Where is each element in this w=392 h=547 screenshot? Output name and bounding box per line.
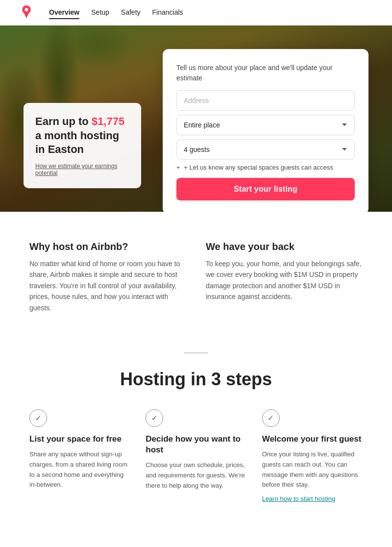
step-2: ✓ Decide how you want to host Choose you…: [146, 409, 246, 503]
steps-grid: ✓ List your space for free Share any spa…: [29, 409, 363, 503]
navigation: OverviewSetupSafetyFinancials: [0, 0, 392, 25]
step-3-title: Welcome your first guest: [262, 434, 363, 445]
guests-group: 1 guest 2 guests 3 guests 4 guests 5 gue…: [176, 139, 355, 160]
steps-heading: Hosting in 3 steps: [29, 369, 363, 390]
step-2-icon: ✓: [146, 409, 163, 427]
earn-pre: Earn up to: [35, 115, 92, 127]
how-estimate-link[interactable]: How we estimate your earnings potential: [35, 163, 129, 176]
hero-form-card: Tell us more about your place and we'll …: [163, 49, 368, 212]
steps-divider: [184, 352, 208, 353]
nav-link-overview[interactable]: Overview: [49, 6, 79, 19]
special-spaces-toggle[interactable]: + + Let us know any special spaces guest…: [176, 164, 355, 171]
why-col-2: We have your back To keep you, your home…: [206, 241, 363, 313]
learn-hosting-link[interactable]: Learn how to start hosting: [262, 495, 336, 502]
why-col-1: Why host on Airbnb? No matter what kind …: [29, 241, 186, 313]
step-2-title: Decide how you want to host: [146, 434, 246, 455]
earn-amount: $1,775: [92, 115, 124, 127]
nav-link-setup[interactable]: Setup: [91, 6, 109, 19]
why-host-section: Why host on Airbnb? No matter what kind …: [0, 212, 392, 333]
step-3-icon: ✓: [262, 409, 280, 427]
nav-link-financials[interactable]: Financials: [152, 6, 183, 19]
earn-post: a month hosting in Easton: [35, 129, 119, 156]
we-have-back-heading: We have your back: [206, 241, 363, 252]
checkmark-icon-2: ✓: [151, 414, 158, 423]
place-type-select[interactable]: Entire place Private room Shared room: [176, 115, 355, 135]
steps-section: Hosting in 3 steps ✓ List your space for…: [0, 333, 392, 532]
address-input[interactable]: [176, 90, 355, 111]
plus-icon: +: [176, 164, 180, 171]
step-1-text: Share any space without sign-up charges,…: [29, 449, 130, 490]
checkmark-icon-1: ✓: [35, 414, 42, 423]
step-1-icon: ✓: [29, 409, 47, 427]
start-listing-button[interactable]: Start your listing: [176, 178, 355, 200]
step-1-title: List your space for free: [29, 434, 130, 445]
testimonial-section: ““ The Host Guarantee helped me decide t…: [0, 532, 392, 547]
nav-link-safety[interactable]: Safety: [121, 6, 141, 19]
we-have-back-text: To keep you, your home, and your belongi…: [206, 258, 363, 302]
airbnb-logo[interactable]: [20, 5, 33, 21]
card-right: Tell us more about your place and we'll …: [176, 63, 355, 200]
guests-select[interactable]: 1 guest 2 guests 3 guests 4 guests 5 gue…: [176, 139, 355, 160]
nav-links: OverviewSetupSafetyFinancials: [49, 6, 183, 19]
step-2-text: Choose your own schedule, prices, and re…: [146, 460, 246, 491]
why-host-heading: Why host on Airbnb?: [29, 241, 186, 252]
hero-section: Earn up to $1,775 a month hosting in Eas…: [0, 25, 392, 212]
why-host-text: No matter what kind of home or room you …: [29, 258, 186, 313]
special-spaces-label: + Let us know any special spaces guests …: [184, 164, 333, 171]
place-type-group: Entire place Private room Shared room: [176, 115, 355, 135]
card-description: Tell us more about your place and we'll …: [176, 63, 355, 83]
step-3-text: Once your listing is live, qualified gue…: [262, 449, 363, 490]
checkmark-icon-3: ✓: [268, 414, 274, 423]
earn-content: Earn up to $1,775 a month hosting in Eas…: [24, 103, 141, 188]
step-3: ✓ Welcome your first guest Once your lis…: [262, 409, 363, 503]
address-group: [176, 90, 355, 111]
step-1: ✓ List your space for free Share any spa…: [29, 409, 130, 503]
earn-heading: Earn up to $1,775 a month hosting in Eas…: [35, 115, 129, 157]
earn-card: Earn up to $1,775 a month hosting in Eas…: [24, 103, 141, 188]
